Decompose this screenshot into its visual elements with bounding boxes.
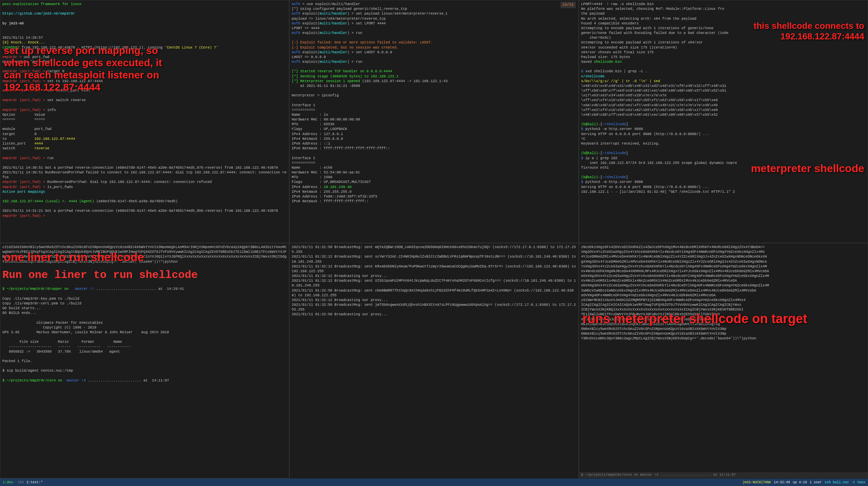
- status-pct: 15%: [18, 481, 24, 484]
- terminal-content-4: c216ZSA9IG0eXBlcy5weXRob25TchcGKuZ2V0cGF…: [2, 245, 287, 383]
- pane6-status: $ ~/projects/emp3r0r/core on master !3 .…: [579, 472, 868, 478]
- terminal-content-1: post-exploitation framework for linux ht…: [2, 2, 287, 218]
- terminal-content-5: 2021/01/11 01:31:50 BroadcastMsg: sent m…: [292, 245, 576, 317]
- status-hostname: jm33-NUC0l7HNK: [743, 481, 771, 484]
- status-users: 1 user: [810, 481, 822, 484]
- counter-badge: 23/23: [560, 2, 576, 8]
- terminal-content-3: LPORT=4444 ! raw -o shellcode.bin No pla…: [581, 2, 866, 194]
- terminal-pane-4[interactable]: one liner to run shellcode c216ZSA9IG0eX…: [0, 243, 289, 486]
- status-time: 14:32:49: [774, 481, 790, 484]
- bottom-status-bar: 1:dev- 15% 2:test:* jm33-NUC0l7HNK 14:32…: [0, 479, 868, 486]
- status-uptime: up 4:19: [793, 481, 807, 484]
- terminal-pane-2[interactable]: 23/23 msf6 > use exploit/multi/handler […: [289, 0, 578, 243]
- terminal-content-6: zNceDkzXHg1OFx4ZDVceDISXHhkZlx4ZWJceDFhX…: [581, 245, 866, 341]
- status-test: 2:test:*: [26, 481, 43, 484]
- terminal-pane-1[interactable]: set up reverse port mapping, so when she…: [0, 0, 289, 243]
- terminal-content-2: msf6 > use exploit/multi/handler [*] Usi…: [292, 2, 576, 204]
- terminal-pane-5[interactable]: 2021/01/11 01:31:50 BroadcastMsg: sent m…: [289, 243, 578, 486]
- pane6-path: $ ~/projects/emp3r0r/core on master !3 .…: [581, 473, 736, 478]
- terminal-pane-6[interactable]: runs meterpreter shellcode on target zNc…: [579, 243, 868, 486]
- status-dev: 1:dev-: [3, 481, 15, 484]
- status-session: ssh kali.nuc -t tmux: [825, 481, 865, 484]
- terminal-pane-3[interactable]: this shellcode connects to 192.168.122.8…: [579, 0, 868, 243]
